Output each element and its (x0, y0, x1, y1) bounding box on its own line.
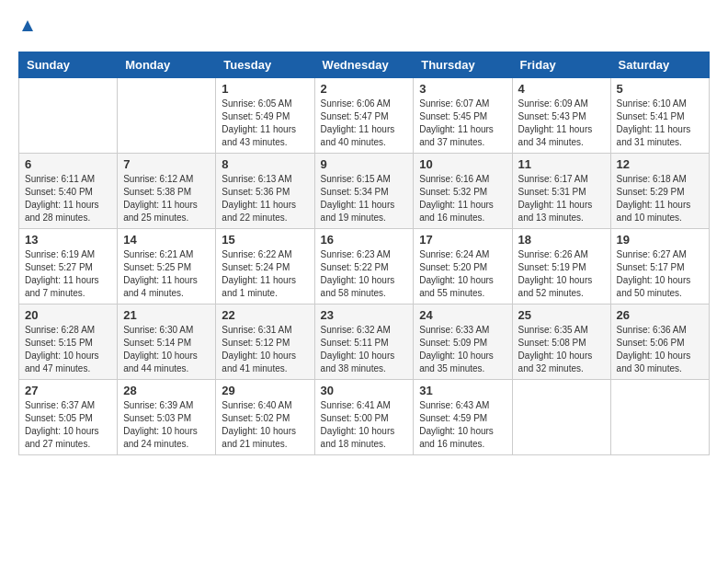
calendar-cell: 10Sunrise: 6:16 AM Sunset: 5:32 PM Dayli… (414, 154, 512, 229)
calendar-day-header: Thursday (414, 52, 512, 78)
day-number: 14 (123, 233, 210, 247)
day-info: Sunrise: 6:27 AM Sunset: 5:17 PM Dayligh… (617, 248, 703, 300)
day-info: Sunrise: 6:39 AM Sunset: 5:03 PM Dayligh… (123, 399, 210, 451)
day-info: Sunrise: 6:43 AM Sunset: 4:59 PM Dayligh… (419, 399, 506, 451)
calendar-week-row: 13Sunrise: 6:19 AM Sunset: 5:27 PM Dayli… (19, 229, 710, 304)
calendar-cell: 24Sunrise: 6:33 AM Sunset: 5:09 PM Dayli… (414, 304, 512, 380)
calendar-cell: 16Sunrise: 6:23 AM Sunset: 5:22 PM Dayli… (314, 229, 414, 304)
calendar-cell (118, 78, 216, 154)
calendar-cell: 12Sunrise: 6:18 AM Sunset: 5:29 PM Dayli… (610, 154, 709, 229)
svg-marker-0 (22, 20, 33, 31)
calendar-week-row: 27Sunrise: 6:37 AM Sunset: 5:05 PM Dayli… (19, 380, 710, 455)
day-info: Sunrise: 6:19 AM Sunset: 5:27 PM Dayligh… (25, 248, 111, 300)
calendar-day-header: Saturday (610, 52, 709, 78)
day-info: Sunrise: 6:09 AM Sunset: 5:43 PM Dayligh… (518, 98, 605, 149)
day-number: 12 (617, 157, 703, 171)
day-info: Sunrise: 6:36 AM Sunset: 5:06 PM Dayligh… (617, 324, 703, 375)
calendar-cell: 13Sunrise: 6:19 AM Sunset: 5:27 PM Dayli… (19, 229, 118, 304)
day-info: Sunrise: 6:11 AM Sunset: 5:40 PM Dayligh… (25, 173, 111, 224)
day-info: Sunrise: 6:22 AM Sunset: 5:24 PM Dayligh… (222, 248, 308, 300)
calendar-cell: 17Sunrise: 6:24 AM Sunset: 5:20 PM Dayli… (414, 229, 512, 304)
calendar-cell: 25Sunrise: 6:35 AM Sunset: 5:08 PM Dayli… (512, 304, 610, 380)
calendar-cell: 18Sunrise: 6:26 AM Sunset: 5:19 PM Dayli… (512, 229, 610, 304)
day-info: Sunrise: 6:28 AM Sunset: 5:15 PM Dayligh… (25, 324, 111, 375)
page-header (18, 18, 710, 37)
calendar-cell: 20Sunrise: 6:28 AM Sunset: 5:15 PM Dayli… (19, 304, 118, 380)
day-number: 18 (518, 233, 605, 247)
day-info: Sunrise: 6:15 AM Sunset: 5:34 PM Dayligh… (321, 173, 408, 224)
calendar-cell: 19Sunrise: 6:27 AM Sunset: 5:17 PM Dayli… (610, 229, 709, 304)
day-number: 19 (617, 233, 703, 247)
day-number: 21 (123, 308, 210, 322)
logo (18, 18, 35, 37)
day-info: Sunrise: 6:40 AM Sunset: 5:02 PM Dayligh… (222, 399, 308, 451)
calendar-cell: 3Sunrise: 6:07 AM Sunset: 5:45 PM Daylig… (414, 78, 512, 154)
day-info: Sunrise: 6:13 AM Sunset: 5:36 PM Dayligh… (222, 173, 308, 224)
day-number: 2 (321, 82, 408, 96)
day-info: Sunrise: 6:31 AM Sunset: 5:12 PM Dayligh… (222, 324, 308, 375)
calendar-cell: 27Sunrise: 6:37 AM Sunset: 5:05 PM Dayli… (19, 380, 118, 455)
day-number: 7 (123, 157, 210, 171)
calendar-cell: 23Sunrise: 6:32 AM Sunset: 5:11 PM Dayli… (314, 304, 414, 380)
day-info: Sunrise: 6:21 AM Sunset: 5:25 PM Dayligh… (123, 248, 210, 300)
calendar-cell: 9Sunrise: 6:15 AM Sunset: 5:34 PM Daylig… (314, 154, 414, 229)
day-number: 22 (222, 308, 308, 322)
calendar-day-header: Tuesday (216, 52, 314, 78)
calendar-header-row: SundayMondayTuesdayWednesdayThursdayFrid… (19, 52, 710, 78)
calendar-cell: 21Sunrise: 6:30 AM Sunset: 5:14 PM Dayli… (118, 304, 216, 380)
day-number: 6 (25, 157, 111, 171)
day-number: 5 (617, 82, 703, 96)
day-info: Sunrise: 6:35 AM Sunset: 5:08 PM Dayligh… (518, 324, 605, 375)
logo-arrow-icon (20, 18, 35, 33)
day-number: 31 (419, 384, 506, 397)
calendar-cell: 22Sunrise: 6:31 AM Sunset: 5:12 PM Dayli… (216, 304, 314, 380)
day-number: 10 (419, 157, 506, 171)
calendar-cell: 6Sunrise: 6:11 AM Sunset: 5:40 PM Daylig… (19, 154, 118, 229)
day-number: 13 (25, 233, 111, 247)
day-number: 30 (321, 384, 408, 397)
calendar-cell: 31Sunrise: 6:43 AM Sunset: 4:59 PM Dayli… (414, 380, 512, 455)
day-info: Sunrise: 6:10 AM Sunset: 5:41 PM Dayligh… (617, 98, 703, 149)
day-number: 3 (419, 82, 506, 96)
calendar-week-row: 6Sunrise: 6:11 AM Sunset: 5:40 PM Daylig… (19, 154, 710, 229)
day-info: Sunrise: 6:12 AM Sunset: 5:38 PM Dayligh… (123, 173, 210, 224)
calendar-cell: 4Sunrise: 6:09 AM Sunset: 5:43 PM Daylig… (512, 78, 610, 154)
day-number: 9 (321, 157, 408, 171)
calendar-cell (512, 380, 610, 455)
day-number: 8 (222, 157, 308, 171)
calendar-day-header: Sunday (19, 52, 118, 78)
calendar-cell: 2Sunrise: 6:06 AM Sunset: 5:47 PM Daylig… (314, 78, 414, 154)
day-number: 17 (419, 233, 506, 247)
day-info: Sunrise: 6:30 AM Sunset: 5:14 PM Dayligh… (123, 324, 210, 375)
day-info: Sunrise: 6:05 AM Sunset: 5:49 PM Dayligh… (222, 98, 308, 149)
day-number: 11 (518, 157, 605, 171)
day-info: Sunrise: 6:17 AM Sunset: 5:31 PM Dayligh… (518, 173, 605, 224)
calendar-cell: 14Sunrise: 6:21 AM Sunset: 5:25 PM Dayli… (118, 229, 216, 304)
calendar-day-header: Wednesday (314, 52, 414, 78)
calendar-table: SundayMondayTuesdayWednesdayThursdayFrid… (18, 52, 710, 455)
day-info: Sunrise: 6:33 AM Sunset: 5:09 PM Dayligh… (419, 324, 506, 375)
day-number: 4 (518, 82, 605, 96)
day-info: Sunrise: 6:32 AM Sunset: 5:11 PM Dayligh… (321, 324, 408, 375)
day-number: 24 (419, 308, 506, 322)
calendar-cell: 11Sunrise: 6:17 AM Sunset: 5:31 PM Dayli… (512, 154, 610, 229)
calendar-cell: 30Sunrise: 6:41 AM Sunset: 5:00 PM Dayli… (314, 380, 414, 455)
day-info: Sunrise: 6:23 AM Sunset: 5:22 PM Dayligh… (321, 248, 408, 300)
day-number: 28 (123, 384, 210, 397)
calendar-day-header: Monday (118, 52, 216, 78)
calendar-cell: 1Sunrise: 6:05 AM Sunset: 5:49 PM Daylig… (216, 78, 314, 154)
calendar-cell: 5Sunrise: 6:10 AM Sunset: 5:41 PM Daylig… (610, 78, 709, 154)
calendar-cell (610, 380, 709, 455)
day-number: 25 (518, 308, 605, 322)
calendar-cell: 8Sunrise: 6:13 AM Sunset: 5:36 PM Daylig… (216, 154, 314, 229)
day-number: 26 (617, 308, 703, 322)
day-info: Sunrise: 6:41 AM Sunset: 5:00 PM Dayligh… (321, 399, 408, 451)
calendar-cell (19, 78, 118, 154)
day-info: Sunrise: 6:07 AM Sunset: 5:45 PM Dayligh… (419, 98, 506, 149)
day-number: 20 (25, 308, 111, 322)
calendar-cell: 7Sunrise: 6:12 AM Sunset: 5:38 PM Daylig… (118, 154, 216, 229)
calendar-cell: 29Sunrise: 6:40 AM Sunset: 5:02 PM Dayli… (216, 380, 314, 455)
day-info: Sunrise: 6:18 AM Sunset: 5:29 PM Dayligh… (617, 173, 703, 224)
day-number: 29 (222, 384, 308, 397)
calendar-cell: 15Sunrise: 6:22 AM Sunset: 5:24 PM Dayli… (216, 229, 314, 304)
